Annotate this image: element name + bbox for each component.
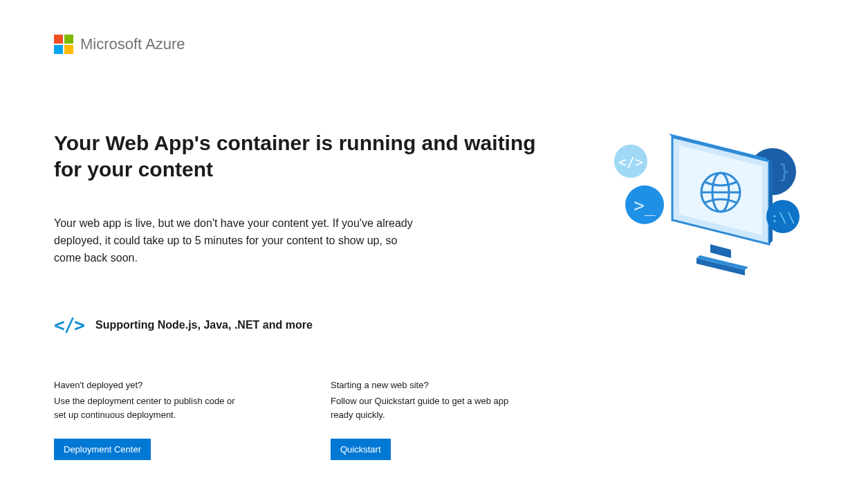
hero-illustration: { } xyxy=(607,123,814,282)
brand-name: Microsoft Azure xyxy=(80,35,185,53)
deployment-column: Haven't deployed yet? Use the deployment… xyxy=(54,378,248,459)
code-icon: </> xyxy=(54,315,84,336)
lead-text: Your web app is live, but we don't have … xyxy=(54,215,414,266)
quickstart-column: Starting a new web site? Follow our Quic… xyxy=(331,378,524,459)
svg-text::\\: :\\ xyxy=(770,209,795,226)
quickstart-question: Starting a new web site? xyxy=(331,378,524,392)
svg-text:</>: </> xyxy=(618,154,643,170)
svg-marker-9 xyxy=(710,244,731,258)
quickstart-button[interactable]: Quickstart xyxy=(331,439,391,460)
svg-text:>_: >_ xyxy=(634,195,656,217)
quickstart-desc: Follow our Quickstart guide to get a web… xyxy=(331,394,524,422)
page-title: Your Web App's container is running and … xyxy=(54,130,538,182)
svg-marker-4 xyxy=(769,158,773,244)
supporting-text: Supporting Node.js, Java, .NET and more xyxy=(95,319,313,331)
deployment-desc: Use the deployment center to publish cod… xyxy=(54,394,248,422)
supporting-row: </> Supporting Node.js, Java, .NET and m… xyxy=(54,315,538,336)
deployment-question: Haven't deployed yet? xyxy=(54,378,248,392)
brand-header: Microsoft Azure xyxy=(54,35,814,54)
microsoft-logo-icon xyxy=(54,35,73,54)
deployment-center-button[interactable]: Deployment Center xyxy=(54,439,151,460)
